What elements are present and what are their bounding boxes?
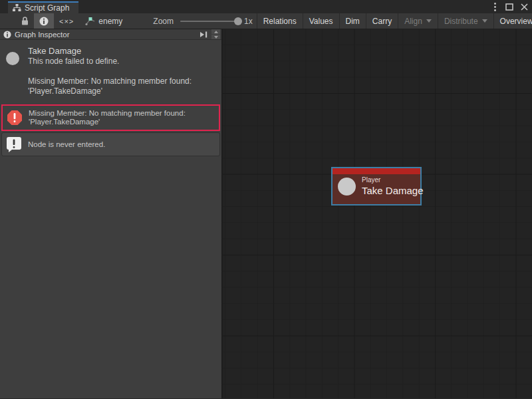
take-damage-node[interactable]: Player Take Damage bbox=[331, 167, 422, 205]
lock-icon bbox=[21, 17, 29, 25]
node-summary: Take Damage This node failed to define. … bbox=[0, 40, 221, 103]
overview-label: Overview bbox=[500, 17, 532, 26]
align-dropdown[interactable]: Align bbox=[398, 13, 438, 29]
inspector-toggle-button[interactable] bbox=[34, 13, 54, 29]
code-preview-button[interactable]: <×> bbox=[54, 13, 79, 29]
main-area: Graph Inspector Take Damage This node fa… bbox=[0, 29, 532, 398]
tab-script-graph[interactable]: Script Graph bbox=[8, 1, 78, 13]
code-preview-icon: <×> bbox=[59, 17, 74, 25]
overview-button[interactable]: Overview bbox=[493, 13, 532, 29]
values-button[interactable]: Values bbox=[303, 13, 339, 29]
node-title: Take Damage bbox=[362, 185, 424, 196]
align-label: Align bbox=[404, 17, 422, 26]
toolbar-actions: Relations Values Dim Carry Align Distrib… bbox=[257, 13, 532, 29]
node-summary-error-line1: Missing Member: No matching member found… bbox=[28, 76, 192, 86]
error-message-line2: 'Player.TakeDamage' bbox=[29, 118, 186, 126]
distribute-dropdown[interactable]: Distribute bbox=[438, 13, 493, 29]
warning-message-row[interactable]: Node is never entered. bbox=[1, 132, 220, 156]
graph-hierarchy-icon bbox=[13, 4, 21, 12]
chevron-down-icon bbox=[482, 19, 487, 23]
scroll-down-button[interactable] bbox=[211, 35, 220, 39]
graph-asset-breadcrumb[interactable]: enemy bbox=[79, 13, 128, 29]
graph-canvas[interactable]: Player Take Damage bbox=[223, 29, 532, 398]
node-body: Player Take Damage bbox=[332, 174, 420, 198]
graph-inspector-panel: Graph Inspector Take Damage This node fa… bbox=[0, 29, 223, 398]
node-target-label: Player bbox=[362, 176, 424, 184]
dim-label: Dim bbox=[346, 17, 360, 26]
node-error-header-strip bbox=[332, 168, 420, 174]
spacer bbox=[28, 66, 192, 76]
unit-icon bbox=[338, 178, 356, 196]
error-octagon-icon bbox=[7, 110, 23, 126]
carry-button[interactable]: Carry bbox=[366, 13, 398, 29]
panel-title: Graph Inspector bbox=[15, 31, 198, 39]
unit-icon bbox=[6, 52, 19, 65]
zoom-control: Zoom 1x bbox=[153, 13, 256, 29]
zoom-label: Zoom bbox=[153, 17, 174, 26]
window-menu-icon[interactable] bbox=[489, 1, 500, 12]
panel-scrollbar bbox=[211, 29, 220, 39]
triangle-down-icon bbox=[214, 36, 218, 39]
dim-button[interactable]: Dim bbox=[339, 13, 366, 29]
zoom-slider[interactable] bbox=[180, 21, 240, 22]
speech-bubble-exclamation-icon bbox=[6, 136, 22, 152]
chevron-down-icon bbox=[426, 19, 432, 23]
scroll-up-button[interactable] bbox=[211, 29, 220, 34]
toolbar: <×> enemy Zoom 1x Relations Values Dim C bbox=[0, 13, 532, 29]
close-icon[interactable] bbox=[519, 1, 529, 12]
zoom-slider-handle[interactable] bbox=[234, 17, 242, 25]
error-message-row[interactable]: Missing Member: No matching member found… bbox=[1, 104, 220, 131]
distribute-label: Distribute bbox=[444, 17, 478, 26]
node-summary-error-line2: 'Player.TakeDamage' bbox=[28, 86, 192, 96]
maximize-icon[interactable] bbox=[504, 1, 515, 12]
info-icon bbox=[3, 31, 11, 39]
warning-message-text: Node is never entered. bbox=[28, 140, 105, 149]
title-bar: Script Graph bbox=[0, 0, 532, 13]
info-icon bbox=[39, 17, 49, 26]
triangle-up-icon bbox=[214, 31, 218, 33]
lock-button[interactable] bbox=[16, 13, 34, 29]
carry-label: Carry bbox=[372, 17, 392, 26]
graph-asset-icon bbox=[84, 17, 95, 26]
error-message-line1: Missing Member: No matching member found… bbox=[29, 109, 186, 118]
window-controls bbox=[489, 0, 529, 13]
relations-label: Relations bbox=[263, 17, 297, 26]
node-summary-title: Take Damage bbox=[28, 46, 192, 56]
dock-panel-icon[interactable] bbox=[198, 30, 209, 39]
zoom-value: 1x bbox=[244, 17, 253, 26]
tab-label: Script Graph bbox=[25, 3, 69, 13]
graph-inspector-header: Graph Inspector bbox=[0, 29, 221, 40]
values-label: Values bbox=[309, 17, 333, 26]
graph-asset-label: enemy bbox=[98, 17, 122, 26]
relations-button[interactable]: Relations bbox=[257, 13, 303, 29]
node-summary-subtitle: This node failed to define. bbox=[28, 57, 192, 66]
